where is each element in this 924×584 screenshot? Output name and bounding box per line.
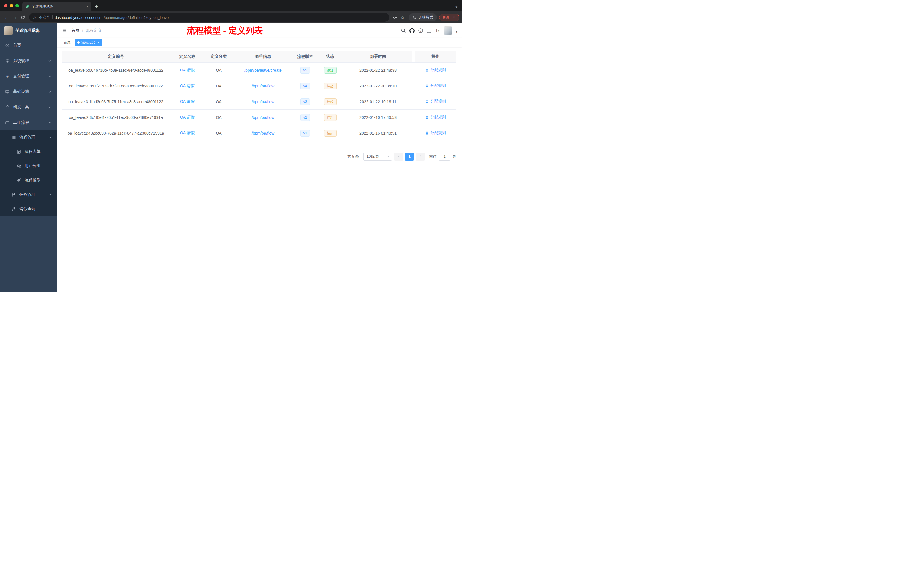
security-label[interactable]: 不安全 bbox=[39, 15, 50, 20]
person-icon bbox=[12, 206, 16, 211]
window-minimize-button[interactable] bbox=[10, 4, 13, 7]
window-controls bbox=[4, 4, 19, 7]
update-label: 更新 bbox=[442, 15, 450, 20]
bookmark-star-icon[interactable]: ☆ bbox=[399, 14, 406, 21]
definition-name-link[interactable]: OA 请假 bbox=[180, 115, 195, 119]
help-icon[interactable]: ? bbox=[418, 28, 423, 33]
col-definition-category: 定义分类 bbox=[205, 51, 232, 62]
sidebar-item-payment[interactable]: ¥ 支付管理 bbox=[0, 69, 56, 84]
goto-label: 前往 bbox=[429, 154, 437, 159]
breadcrumb: 首页 / 流程定义 bbox=[71, 28, 102, 33]
font-size-icon[interactable]: TT bbox=[435, 28, 440, 33]
table-row: oa_leave:1:482ec033-762a-11ec-8477-a2380… bbox=[62, 125, 456, 141]
window-close-button[interactable] bbox=[4, 4, 7, 7]
table-row: oa_leave:4:991f2193-7b7f-11ec-a3c8-acde4… bbox=[62, 78, 456, 94]
assign-rule-button[interactable]: 分配规则 bbox=[425, 115, 446, 120]
col-process-version: 流程版本 bbox=[294, 51, 317, 62]
prev-page-button[interactable] bbox=[394, 153, 403, 160]
window-zoom-button[interactable] bbox=[15, 4, 19, 7]
browser-tab[interactable]: 芋道管理系统 × bbox=[22, 2, 91, 12]
form-icon bbox=[16, 149, 21, 154]
pagination-total: 共 5 条 bbox=[347, 154, 359, 159]
url-divider bbox=[52, 15, 53, 20]
search-icon[interactable] bbox=[401, 28, 406, 33]
col-status: 状态 bbox=[317, 51, 344, 62]
browser-toolbar: ← → ⚠ 不安全 dashboard.yudao.iocoder.cn/bpm… bbox=[0, 12, 462, 23]
page-size-value: 10条/页 bbox=[366, 154, 379, 159]
reload-button[interactable] bbox=[19, 13, 27, 21]
next-page-button[interactable] bbox=[416, 153, 424, 160]
address-bar[interactable]: ⚠ 不安全 dashboard.yudao.iocoder.cn/bpm/man… bbox=[29, 13, 389, 22]
cell-definition-id: oa_leave:1:482ec033-762a-11ec-8477-a2380… bbox=[62, 125, 170, 141]
fixed-column-gap bbox=[412, 109, 414, 125]
sidebar-item-process-model[interactable]: 流程模型 bbox=[0, 173, 56, 187]
header-actions: ? TT ▾ bbox=[401, 26, 457, 35]
page-number-button[interactable]: 1 bbox=[405, 153, 414, 160]
cell-category: OA bbox=[205, 62, 232, 78]
workflow-submenu: 流程管理 流程表单 用户分组 流程模型 bbox=[0, 130, 56, 216]
fullscreen-icon[interactable] bbox=[427, 28, 432, 33]
flag-icon bbox=[12, 192, 16, 197]
version-tag: v1 bbox=[300, 130, 310, 137]
breadcrumb-home[interactable]: 首页 bbox=[71, 28, 79, 33]
forward-button[interactable]: → bbox=[11, 13, 19, 21]
version-tag: v2 bbox=[300, 114, 310, 121]
new-tab-button[interactable]: + bbox=[91, 3, 101, 12]
sidebar-item-process-form[interactable]: 流程表单 bbox=[0, 145, 56, 159]
sidebar-item-workflow[interactable]: 工作流程 bbox=[0, 115, 56, 130]
tab-close-icon[interactable]: × bbox=[86, 4, 89, 9]
assign-rule-button[interactable]: 分配规则 bbox=[425, 130, 446, 135]
assign-rule-button[interactable]: 分配规则 bbox=[425, 68, 446, 73]
goto-page-input[interactable] bbox=[439, 153, 450, 160]
sidebar-item-process-management[interactable]: 流程管理 bbox=[0, 130, 56, 145]
avatar-caret-icon[interactable]: ▾ bbox=[456, 30, 457, 34]
svg-text:T: T bbox=[436, 29, 438, 33]
github-icon[interactable] bbox=[409, 28, 414, 33]
app-logo[interactable]: 芋道管理系统 bbox=[0, 23, 56, 38]
password-key-icon[interactable] bbox=[391, 14, 399, 21]
form-info-link[interactable]: /bpm/oa/leave/create bbox=[244, 68, 282, 73]
sidebar-item-leave-query[interactable]: 请假查询 bbox=[0, 202, 56, 216]
sidebar-item-user-group[interactable]: 用户分组 bbox=[0, 159, 56, 173]
version-tag: v5 bbox=[300, 67, 310, 74]
chevron-down-icon bbox=[48, 193, 51, 196]
incognito-label: 无痕模式 bbox=[419, 15, 434, 20]
back-button[interactable]: ← bbox=[3, 13, 11, 21]
page-size-select[interactable]: 10条/页 bbox=[363, 153, 392, 160]
definition-name-link[interactable]: OA 请假 bbox=[180, 99, 195, 104]
tag-home[interactable]: 首页 bbox=[61, 39, 73, 46]
browser-menu-icon[interactable]: ⋮ bbox=[452, 15, 456, 20]
definition-name-link[interactable]: OA 请假 bbox=[180, 130, 195, 135]
sidebar-toggle-icon[interactable] bbox=[61, 28, 67, 33]
active-tag-dot bbox=[78, 41, 80, 44]
definition-name-link[interactable]: OA 请假 bbox=[180, 68, 195, 72]
assign-rule-button[interactable]: 分配规则 bbox=[425, 99, 446, 104]
definition-name-link[interactable]: OA 请假 bbox=[180, 83, 195, 88]
person-icon bbox=[425, 115, 429, 119]
cell-deploy-time: 2022-01-16 17:46:53 bbox=[344, 109, 412, 125]
sidebar-item-task-management[interactable]: 任务管理 bbox=[0, 187, 56, 202]
yen-icon: ¥ bbox=[5, 74, 10, 79]
cell-category: OA bbox=[205, 109, 232, 125]
form-info-link[interactable]: /bpm/oa/flow bbox=[252, 99, 274, 104]
form-info-link[interactable]: /bpm/oa/flow bbox=[252, 115, 274, 120]
table-row: oa_leave:2:3c1f0ef1-76b1-11ec-9c66-a2380… bbox=[62, 109, 456, 125]
sidebar-item-home[interactable]: 首页 bbox=[0, 38, 56, 53]
tag-process-definition[interactable]: 流程定义 × bbox=[75, 39, 102, 46]
tag-close-icon[interactable]: × bbox=[97, 40, 100, 45]
sidebar-item-devtools[interactable]: 研发工具 bbox=[0, 99, 56, 115]
gear-icon bbox=[5, 59, 10, 63]
goto-page-unit: 页 bbox=[452, 154, 456, 159]
assign-rule-button[interactable]: 分配规则 bbox=[425, 83, 446, 88]
tab-list-caret-icon[interactable]: ▾ bbox=[455, 5, 462, 12]
col-definition-id: 定义编号 bbox=[62, 51, 170, 62]
update-button[interactable]: 更新 ⋮ bbox=[439, 14, 459, 21]
cell-deploy-time: 2022-01-16 01:40:51 bbox=[344, 125, 412, 141]
form-info-link[interactable]: /bpm/oa/flow bbox=[252, 84, 274, 88]
user-avatar[interactable] bbox=[444, 26, 452, 35]
page-content: 定义编号 定义名称 定义分类 表单信息 流程版本 状态 部署时间 操作 bbox=[56, 48, 462, 292]
form-info-link[interactable]: /bpm/oa/flow bbox=[252, 131, 274, 135]
fixed-column-gap bbox=[412, 94, 414, 109]
sidebar-item-system[interactable]: 系统管理 bbox=[0, 53, 56, 69]
sidebar-item-infrastructure[interactable]: 基础设施 bbox=[0, 84, 56, 99]
